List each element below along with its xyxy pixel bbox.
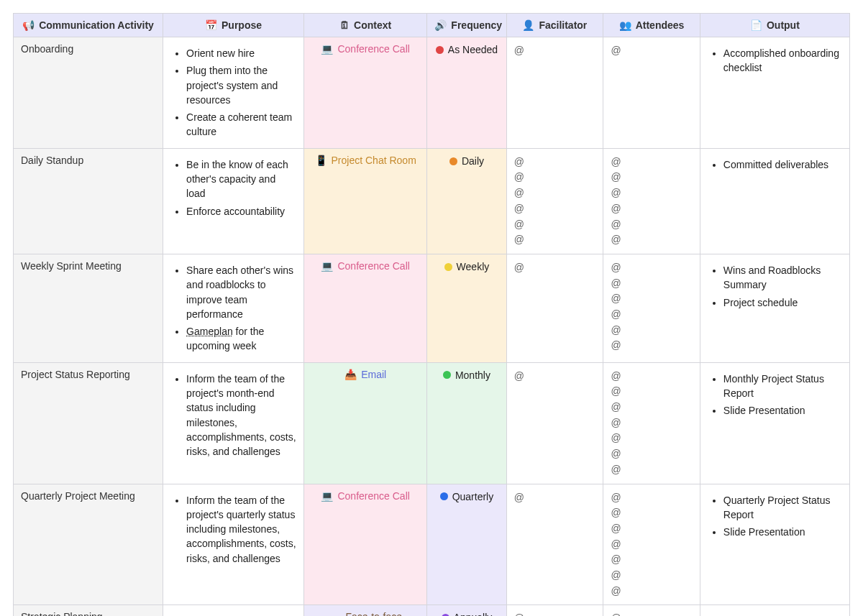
activity-cell: Strategic Planning (14, 605, 163, 616)
frequency-cell: As Needed (427, 37, 506, 149)
context-label: Conference Call (337, 490, 409, 502)
frequency-cell: Daily (427, 148, 506, 254)
date-icon: 🗓 (339, 19, 350, 31)
conference_call-icon: 💻 (321, 260, 333, 272)
facilitator-cell: @ (506, 254, 603, 362)
context-label: Conference Call (337, 260, 409, 272)
people-icon: 👥 (619, 19, 631, 31)
header-activity-label: Communication Activity (39, 19, 154, 31)
frequency-cell: Monthly (427, 362, 506, 484)
attendees-cell: @@@@@@ (603, 148, 700, 254)
context-label: Email (361, 369, 386, 380)
context-cell: 💻Conference Call (303, 37, 426, 149)
communication-plan-table-wrap: 📢Communication Activity 📅Purpose 🗓Contex… (0, 0, 863, 616)
activity-cell: Daily Standup (14, 148, 163, 254)
output-item: Quarterly Project Status Report (723, 493, 842, 523)
output-item: Monthly Project Status Report (723, 372, 842, 401)
purpose-item: Inform the team of the project's month-e… (186, 372, 296, 459)
context-cell: 💻Conference Call (303, 254, 426, 362)
table-row: Weekly Sprint MeetingShare each other's … (14, 254, 850, 362)
table-row: OnboardingOrient new hirePlug them into … (14, 37, 850, 149)
output-item: Accomplished onboarding checklist (723, 46, 842, 75)
attendees-cell: @@ (603, 605, 700, 616)
output-cell: Annual ReportSlide Presentation (700, 605, 849, 616)
header-row: 📢Communication Activity 📅Purpose 🗓Contex… (14, 14, 850, 37)
header-purpose-label: Purpose (222, 19, 262, 31)
document-icon: 📄 (750, 19, 762, 31)
output-cell: Accomplished onboarding checklist (700, 37, 849, 149)
purpose-cell: Inform the team of the project's quarter… (163, 484, 304, 605)
conference_call-icon: 💻 (321, 43, 333, 55)
output-item: Slide Presentation (723, 403, 842, 418)
context-label: Conference Call (337, 43, 409, 55)
communication-plan-table: 📢Communication Activity 📅Purpose 🗓Contex… (13, 13, 850, 616)
output-item: Wins and Roadblocks Summary (723, 263, 842, 293)
purpose-cell: Be in the know of each other's capacity … (163, 148, 304, 254)
header-frequency: 🔊Frequency (427, 14, 506, 37)
output-item: Committed deliverables (723, 157, 842, 172)
frequency-label: Monthly (455, 369, 490, 381)
header-attendees-label: Attendees (636, 19, 685, 31)
header-activity: 📢Communication Activity (14, 14, 163, 37)
purpose-cell: Orient new hirePlug them into the projec… (163, 37, 304, 149)
output-cell: Wins and Roadblocks SummaryProject sched… (700, 254, 849, 362)
frequency-label: Annually (454, 612, 493, 616)
purpose-cell: Share each other's wins and roadblocks t… (163, 254, 304, 362)
table-row: Daily StandupBe in the know of each othe… (14, 148, 850, 254)
context-cell: 📥Email (303, 362, 426, 484)
activity-cell: Onboarding (14, 37, 163, 149)
frequency-dot-icon (444, 263, 452, 271)
person-icon: 👤 (522, 19, 534, 31)
purpose-item: Gameplan for the upcoming week (186, 324, 296, 354)
purpose-item: Be in the know of each other's capacity … (186, 157, 296, 201)
activity-cell: Weekly Sprint Meeting (14, 254, 163, 362)
table-row: Quarterly Project MeetingInform the team… (14, 484, 850, 605)
facilitator-cell: @@@@@@ (506, 148, 603, 254)
frequency-dot-icon (443, 371, 451, 379)
attendees-cell: @@@@@@@ (603, 362, 700, 484)
speaker-icon: 🔊 (434, 19, 447, 31)
context-cell: 💻Conference Call (303, 484, 426, 605)
header-facilitator: 👤Facilitator (506, 14, 603, 37)
attendees-cell: @@@@@@@ (603, 484, 700, 605)
frequency-label: Quarterly (452, 491, 494, 502)
header-attendees: 👥Attendees (603, 14, 700, 37)
output-item: Slide Presentation (723, 525, 842, 539)
frequency-label: Weekly (457, 261, 490, 272)
table-row: Project Status ReportingInform the team … (14, 362, 850, 484)
frequency-label: Daily (462, 155, 484, 167)
facilitator-cell: @ (506, 605, 603, 616)
facilitator-cell: @ (506, 37, 603, 149)
output-cell: Quarterly Project Status ReportSlide Pre… (700, 484, 849, 605)
purpose-item: Share each other's wins and roadblocks t… (186, 263, 296, 321)
megaphone-icon: 📢 (22, 19, 35, 31)
context-cell: 🤎Face-to-face meeting (303, 605, 426, 616)
purpose-item: Plug them into the project's system and … (186, 63, 296, 107)
purpose-cell: Inform the team of the project's month-e… (163, 362, 304, 484)
frequency-dot-icon (449, 157, 457, 165)
project_chat-icon: 📱 (315, 155, 327, 166)
activity-cell: Quarterly Project Meeting (14, 484, 163, 605)
header-facilitator-label: Facilitator (539, 19, 587, 31)
email-icon: 📥 (344, 369, 357, 380)
frequency-dot-icon (436, 46, 444, 54)
table-row: Strategic PlanningInform the team of the… (14, 605, 850, 616)
header-context: 🗓Context (303, 14, 426, 37)
output-cell: Committed deliverables (700, 148, 849, 254)
header-output: 📄Output (700, 14, 849, 37)
context-label: Face-to-face meeting (328, 611, 419, 616)
purpose-item: Enforce accountability (186, 204, 296, 219)
activity-cell: Project Status Reporting (14, 362, 163, 484)
purpose-item: Inform the team of the project's quarter… (186, 493, 296, 566)
context-label: Project Chat Room (332, 155, 416, 166)
purpose-item: Create a coherent team culture (186, 110, 296, 139)
frequency-cell: Annually (427, 605, 506, 616)
context-cell: 📱Project Chat Room (303, 148, 426, 254)
purpose-cell: Inform the team of the project's annual … (163, 605, 304, 616)
header-output-label: Output (767, 19, 800, 31)
attendees-cell: @ (603, 37, 700, 149)
purpose-item: Orient new hire (186, 46, 296, 60)
calendar-icon: 📅 (205, 19, 217, 31)
conference_call-icon: 💻 (321, 490, 333, 502)
output-cell: Monthly Project Status ReportSlide Prese… (700, 362, 849, 484)
